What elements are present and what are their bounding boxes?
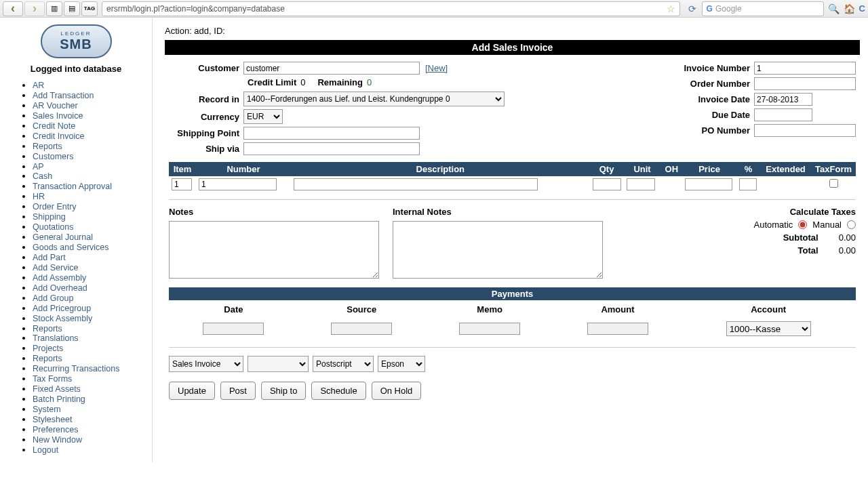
currency-select[interactable]: EUR <box>243 109 283 124</box>
qty-input[interactable] <box>593 178 621 190</box>
sidebar-link[interactable]: Projects <box>33 344 63 353</box>
record-in-select[interactable]: 1400--Forderungen aus Lief. und Leist. K… <box>243 92 505 106</box>
sidebar-link[interactable]: Quotations <box>33 222 73 232</box>
sidebar-link[interactable]: Goods and Services <box>33 243 109 252</box>
sidebar-item: Add Group <box>33 293 145 304</box>
description-input[interactable] <box>294 178 538 190</box>
sidebar-link[interactable]: Reports <box>33 354 62 363</box>
extra-select[interactable] <box>248 356 309 372</box>
customer-input[interactable] <box>243 62 420 75</box>
item-header: TaxForm <box>811 162 856 176</box>
sidebar-link[interactable]: Add Group <box>33 293 73 303</box>
sidebar-link[interactable]: Logout <box>33 445 58 455</box>
sidebar-link[interactable]: Shipping <box>33 212 66 222</box>
sidebar-link[interactable]: Stylesheet <box>33 415 72 424</box>
notes-textarea[interactable] <box>169 221 379 279</box>
sidebar-link[interactable]: Reports <box>33 324 62 333</box>
sidebar-item: Add Assembly <box>33 273 145 283</box>
tag-icon[interactable]: TAG <box>81 1 98 16</box>
sidebar-link[interactable]: Order Entry <box>33 202 77 211</box>
sidebar-item: System <box>33 405 145 415</box>
sidebar-link[interactable]: AP <box>33 162 44 171</box>
taxform-checkbox[interactable] <box>829 179 838 188</box>
pay-source-input[interactable] <box>331 323 392 335</box>
pay-memo-input[interactable] <box>459 323 520 335</box>
template-select[interactable]: Sales Invoice <box>169 356 243 372</box>
sidebar-link[interactable]: AR <box>33 81 44 90</box>
sidebar-link[interactable]: Recurring Transactions <box>33 364 120 373</box>
sidebar-link[interactable]: Fixed Assets <box>33 384 81 394</box>
sidebar-link[interactable]: Credit Invoice <box>33 131 84 141</box>
sidebar-link[interactable]: New Window <box>33 435 82 445</box>
back-button[interactable]: ‹ <box>3 1 23 16</box>
remaining-label: Remaining <box>317 77 362 87</box>
pay-source-header: Source <box>298 302 425 317</box>
schedule-button[interactable]: Schedule <box>311 382 366 400</box>
sidebar-link[interactable]: Add Service <box>33 263 78 272</box>
page-icon[interactable]: ▤ <box>64 1 80 16</box>
new-customer-link[interactable]: [New] <box>425 63 448 73</box>
automatic-radio[interactable] <box>798 220 807 229</box>
number-input[interactable] <box>199 178 277 190</box>
bookmark-icon[interactable]: ▥ <box>46 1 62 16</box>
search-icon[interactable]: 🔍 <box>828 3 840 14</box>
sidebar: LEDGER SMB Logged into database ARAdd Tr… <box>0 18 153 462</box>
sidebar-link[interactable]: Add Overhead <box>33 283 87 293</box>
pay-account-select[interactable]: 1000--Kasse <box>726 321 811 336</box>
sidebar-link[interactable]: Credit Note <box>33 121 75 131</box>
po-number-input[interactable] <box>754 124 856 137</box>
clear-icon[interactable]: C <box>859 3 865 14</box>
url-bar[interactable]: ersrmb/login.pl?action=login&company=dat… <box>102 1 680 16</box>
price-input[interactable] <box>685 178 732 190</box>
manual-radio[interactable] <box>847 220 856 229</box>
order-number-input[interactable] <box>754 77 856 90</box>
sidebar-link[interactable]: Add Assembly <box>33 273 86 283</box>
sidebar-link[interactable]: Cash <box>33 171 52 181</box>
update-button[interactable]: Update <box>169 382 215 400</box>
sidebar-link[interactable]: AR Voucher <box>33 101 78 110</box>
internal-notes-textarea[interactable] <box>393 221 603 279</box>
invoice-number-input[interactable] <box>754 62 856 75</box>
sidebar-link[interactable]: Tax Forms <box>33 374 72 384</box>
sidebar-link[interactable]: Add Transaction <box>33 91 94 100</box>
invoice-date-label: Invoice Date <box>673 94 754 104</box>
invoice-date-input[interactable] <box>754 93 812 106</box>
post-button[interactable]: Post <box>220 382 256 400</box>
item-header: Description <box>291 162 590 176</box>
sidebar-link[interactable]: Transaction Approval <box>33 182 112 191</box>
ship-via-input[interactable] <box>243 142 420 155</box>
item-header: Qty <box>590 162 624 176</box>
sidebar-link[interactable]: Stock Assembly <box>33 314 92 323</box>
sidebar-item: Batch Printing <box>33 394 145 405</box>
shipto-button[interactable]: Ship to <box>261 382 306 400</box>
pay-amount-input[interactable] <box>587 323 648 335</box>
home-icon[interactable]: 🏠 <box>844 3 855 14</box>
pct-input[interactable] <box>739 178 757 190</box>
due-date-input[interactable] <box>754 108 812 121</box>
favorite-icon[interactable]: ☆ <box>667 3 675 14</box>
sidebar-link[interactable]: Translations <box>33 333 79 343</box>
sidebar-link[interactable]: Sales Invoice <box>33 111 83 121</box>
sidebar-link[interactable]: Customers <box>33 152 73 161</box>
sidebar-link[interactable]: HR <box>33 192 45 201</box>
pay-account-header: Account <box>682 302 854 317</box>
item-input[interactable] <box>172 178 192 190</box>
unit-input[interactable] <box>627 178 655 190</box>
sidebar-link[interactable]: System <box>33 405 61 414</box>
forward-button[interactable]: › <box>24 1 45 16</box>
reload-icon[interactable]: ⟳ <box>688 3 696 14</box>
sidebar-link[interactable]: Batch Printing <box>33 394 85 404</box>
format-select[interactable]: Postscript <box>313 356 374 372</box>
sidebar-link[interactable]: General Journal <box>33 232 93 242</box>
search-box[interactable]: G Google <box>702 1 824 16</box>
printer-select[interactable]: Epson <box>378 356 425 372</box>
sidebar-link[interactable]: Add Pricegroup <box>33 304 91 313</box>
sidebar-link[interactable]: Preferences <box>33 425 78 434</box>
shipping-point-input[interactable] <box>243 127 420 140</box>
item-header: Item <box>169 162 196 176</box>
onhold-button[interactable]: On Hold <box>372 382 422 400</box>
sidebar-link[interactable]: Reports <box>33 142 62 151</box>
sidebar-item: HR <box>33 192 145 202</box>
pay-date-input[interactable] <box>203 323 264 335</box>
sidebar-link[interactable]: Add Part <box>33 253 66 262</box>
